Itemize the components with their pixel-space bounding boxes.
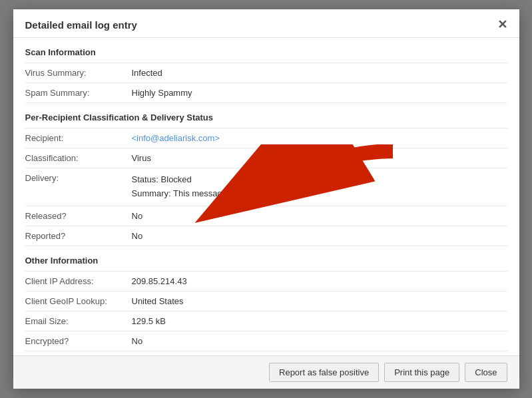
released-value: No: [132, 206, 507, 226]
print-page-button[interactable]: Print this page: [384, 363, 459, 382]
geoip-label: Client GeoIP Lookup:: [25, 291, 132, 311]
table-row: Virus Summary: Infected: [25, 63, 507, 83]
other-info-table: Client IP Address: 209.85.214.43 Client …: [25, 271, 507, 351]
released-label: Released?: [25, 206, 132, 226]
spam-summary-value: Highly Spammy: [132, 83, 507, 103]
delivery-status-line1: Status: Blocked: [132, 173, 507, 187]
report-false-positive-button[interactable]: Report as false positive: [269, 363, 379, 382]
table-row: Client IP Address: 209.85.214.43: [25, 271, 507, 291]
virus-summary-label: Virus Summary:: [25, 63, 132, 83]
table-row: Spam Summary: Highly Spammy: [25, 83, 507, 103]
email-size-value: 129.5 kB: [132, 311, 507, 331]
table-row: Classification: Virus: [25, 148, 507, 168]
recipient-email-link[interactable]: <info@adeliarisk.com>: [132, 133, 220, 143]
table-row: Recipient: <info@adeliarisk.com>: [25, 128, 507, 148]
other-section-title: Other Information: [25, 246, 507, 271]
spam-summary-label: Spam Summary:: [25, 83, 132, 103]
close-icon[interactable]: ✕: [497, 19, 507, 31]
client-ip-label: Client IP Address:: [25, 271, 132, 291]
table-row: Client GeoIP Lookup: United States: [25, 291, 507, 311]
table-row: Released? No: [25, 206, 507, 226]
modal-dialog: Detailed email log entry ✕ Scan Informa: [13, 9, 519, 389]
scan-section-title: Scan Information: [25, 38, 507, 63]
scan-info-table: Virus Summary: Infected Spam Summary: Hi…: [25, 63, 507, 103]
delivery-value: Status: Blocked Summary: This message ha…: [132, 168, 507, 206]
classification-label: Classification:: [25, 148, 132, 168]
table-row: Email Size: 129.5 kB: [25, 311, 507, 331]
email-size-label: Email Size:: [25, 311, 132, 331]
recipient-section-title: Per-Recipient Classification & Delivery …: [25, 103, 507, 128]
classification-value: Virus: [132, 148, 507, 168]
modal-overlay: Detailed email log entry ✕ Scan Informa: [0, 0, 532, 398]
recipient-info-table: Recipient: <info@adeliarisk.com> Classif…: [25, 128, 507, 246]
delivery-label: Delivery:: [25, 168, 132, 206]
reported-label: Reported?: [25, 226, 132, 246]
client-ip-value: 209.85.214.43: [132, 271, 507, 291]
geoip-value: United States: [132, 291, 507, 311]
close-button[interactable]: Close: [465, 363, 507, 382]
modal-body: Scan Information Virus Summary: Infected…: [13, 38, 519, 355]
delivery-status-line2: Summary: This message has been blocked: [132, 187, 507, 201]
modal-header: Detailed email log entry ✕: [13, 9, 519, 38]
reported-value: No: [132, 226, 507, 246]
encrypted-value: No: [132, 331, 507, 351]
encrypted-label: Encrypted?: [25, 331, 132, 351]
recipient-label: Recipient:: [25, 128, 132, 148]
recipient-value: <info@adeliarisk.com>: [132, 128, 507, 148]
table-row: Encrypted? No: [25, 331, 507, 351]
modal-footer: Report as false positive Print this page…: [13, 355, 519, 389]
virus-summary-value: Infected: [132, 63, 507, 83]
table-row: Reported? No: [25, 226, 507, 246]
table-row: Delivery: Status: Blocked Summary: This …: [25, 168, 507, 206]
modal-title: Detailed email log entry: [25, 19, 137, 31]
